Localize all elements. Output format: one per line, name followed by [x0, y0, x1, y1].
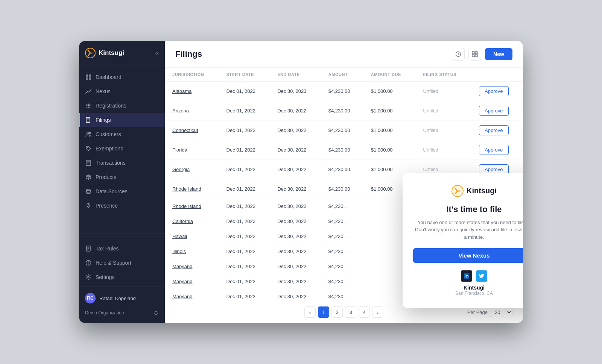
sidebar-item-help-support[interactable]: Help & Support [79, 256, 165, 270]
jurisdiction-link[interactable]: Connecticut [172, 127, 198, 133]
per-page-select[interactable]: 20 50 100 [490, 307, 512, 317]
sidebar-item-settings[interactable]: Settings [79, 270, 165, 284]
dots-grid-icon [85, 102, 92, 109]
pagination-page-2[interactable]: 2 [331, 306, 343, 318]
approve-button[interactable]: Approve [479, 106, 508, 116]
sidebar-item-tax-rules-label: Tax Rules [96, 246, 119, 252]
jurisdiction-link[interactable]: Maryland [172, 294, 192, 299]
svg-rect-4 [89, 77, 91, 80]
receipt-icon [85, 159, 92, 166]
approve-button[interactable]: Approve [479, 86, 508, 96]
svg-rect-3 [86, 77, 88, 80]
start-date: Dec 01, 2022 [219, 244, 270, 259]
start-date: Dec 01, 2022 [219, 121, 270, 140]
col-end-date: END DATE [270, 68, 321, 82]
sidebar-item-registrations[interactable]: Registrations [79, 99, 165, 113]
start-date: Dec 01, 2022 [219, 82, 270, 101]
sidebar-item-tax-rules[interactable]: Tax Rules [79, 241, 165, 256]
pin-icon [85, 202, 92, 209]
table-row: Connecticut Dec 01, 2022 Dec 30, 2022 $4… [165, 121, 523, 140]
history-button[interactable] [452, 48, 465, 61]
jurisdiction-link[interactable]: Alabama [172, 88, 192, 94]
sidebar-item-data-sources[interactable]: Data Sources [79, 184, 165, 199]
start-date: Dec 01, 2022 [219, 214, 270, 229]
jurisdiction-link[interactable]: Maryland [172, 264, 192, 269]
jurisdiction-link[interactable]: Arizona [172, 108, 189, 114]
sidebar-item-data-sources-label: Data Sources [96, 188, 128, 194]
jurisdiction-link[interactable]: Hawaii [172, 234, 187, 239]
database-icon [85, 188, 92, 195]
approve-button[interactable]: Approve [479, 125, 508, 135]
sidebar-item-products[interactable]: Products [79, 170, 165, 184]
file-icon [85, 117, 92, 123]
col-amount-due: AMOUNT DUE [363, 68, 416, 82]
user-area[interactable]: RC Rafael Copeland [79, 289, 165, 307]
users-icon [85, 131, 92, 138]
svg-rect-2 [89, 74, 91, 77]
col-jurisdiction: JURISDICTION [165, 68, 219, 82]
twitter-icon[interactable] [476, 270, 487, 282]
svg-point-23 [88, 264, 88, 264]
svg-point-10 [90, 105, 91, 106]
amount: $4,230… [321, 274, 363, 289]
jurisdiction-link[interactable]: Maryland [172, 279, 192, 284]
col-action [471, 68, 523, 82]
svg-point-6 [88, 104, 89, 105]
jurisdiction-link[interactable]: Georgia [172, 167, 190, 172]
jurisdiction-link[interactable]: Florida [172, 147, 187, 153]
sidebar-item-dashboard[interactable]: Dashboard [79, 70, 165, 84]
sidebar-item-dashboard-label: Dashboard [96, 74, 122, 80]
amount-due: $1,000.00 [363, 140, 416, 160]
end-date: Dec 30, 2022 [270, 259, 321, 274]
view-toggle-button[interactable] [468, 48, 481, 61]
svg-point-16 [89, 132, 91, 134]
jurisdiction-link[interactable]: California [172, 218, 193, 224]
svg-point-19 [87, 189, 90, 191]
svg-point-7 [90, 104, 91, 105]
pagination-page-3[interactable]: 3 [345, 306, 356, 318]
end-date: Dec 30, 2022 [270, 179, 321, 199]
jurisdiction-link[interactable]: Rhode Island [172, 186, 201, 192]
grid-icon [85, 74, 92, 80]
jurisdiction-link[interactable]: Rhode Island [172, 203, 201, 209]
swap-icon [154, 310, 159, 315]
amount: $4,230.00 [321, 101, 363, 121]
filing-status: Unfiled [416, 121, 472, 140]
linkedin-icon[interactable] [461, 270, 472, 282]
sidebar-bottom: Tax Rules Help & Support Settings RC Raf… [79, 237, 165, 323]
sidebar-header: Kintsugi ‹‹ [79, 41, 165, 65]
kintsugi-logo-icon [85, 48, 96, 58]
modal-logo-text: Kintsugi [467, 187, 497, 195]
pagination-prev-button[interactable]: ‹ [304, 306, 316, 318]
jurisdiction-link[interactable]: Illinois [172, 249, 186, 254]
table-row: Florida Dec 01, 2022 Dec 30, 2022 $4,230… [165, 140, 523, 160]
svg-rect-28 [472, 55, 474, 57]
pagination-next-button[interactable]: › [372, 306, 383, 318]
amount-due: $1,000.00 [363, 121, 416, 140]
modal-company-location: San Francisco, CA [455, 291, 493, 296]
gear-icon [85, 274, 92, 281]
org-area[interactable]: Demo Organization [79, 307, 165, 318]
sidebar-item-filings[interactable]: Filings [79, 113, 165, 127]
view-nexus-button[interactable]: View Nexus [413, 248, 523, 263]
sidebar-item-nexus[interactable]: Nexus [79, 84, 165, 99]
sidebar-collapse-button[interactable]: ‹‹ [155, 50, 159, 56]
approve-button[interactable]: Approve [479, 145, 508, 155]
logo-area[interactable]: Kintsugi [85, 48, 124, 58]
amount-due: $1,000.00 [363, 101, 416, 121]
sidebar-item-exemptions[interactable]: Exemptions [79, 141, 165, 156]
sidebar-item-presence[interactable]: Presence [79, 199, 165, 213]
end-date: Dec 30, 2022 [270, 199, 321, 214]
modal-kintsugi-logo-icon [451, 185, 464, 197]
sidebar-item-transactions[interactable]: Transactions [79, 156, 165, 170]
filing-status: Unfiled [416, 140, 472, 160]
sidebar-item-settings-label: Settings [96, 274, 115, 280]
svg-rect-27 [475, 52, 477, 54]
svg-point-8 [87, 105, 88, 106]
pagination-page-1[interactable]: 1 [318, 306, 329, 318]
pagination-page-4[interactable]: 4 [359, 306, 370, 318]
new-button[interactable]: New [485, 48, 512, 60]
file-time-modal: Kintsugi It's time to file You have one … [403, 173, 523, 308]
sidebar-item-customers[interactable]: Customers [79, 127, 165, 141]
col-start-date: START DATE [219, 68, 270, 82]
